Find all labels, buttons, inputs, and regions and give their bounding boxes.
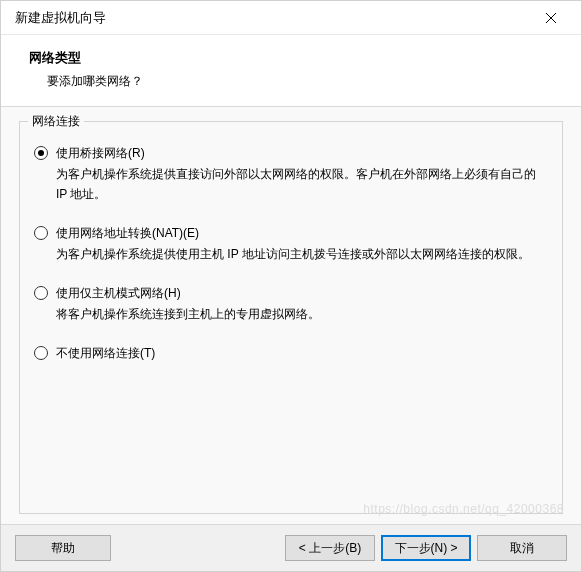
next-button[interactable]: 下一步(N) > <box>381 535 471 561</box>
network-connection-group: 网络连接 使用桥接网络(R) 为客户机操作系统提供直接访问外部以太网网络的权限。… <box>19 121 563 514</box>
help-button[interactable]: 帮助 <box>15 535 111 561</box>
page-title: 网络类型 <box>29 49 561 67</box>
wizard-dialog: 新建虚拟机向导 网络类型 要添加哪类网络？ 网络连接 使用桥接网络(R) 为客户… <box>0 0 582 572</box>
radio-description: 将客户机操作系统连接到主机上的专用虚拟网络。 <box>56 304 548 324</box>
wizard-header: 网络类型 要添加哪类网络？ <box>1 35 581 107</box>
radio-label: 不使用网络连接(T) <box>56 344 548 362</box>
radio-no-network[interactable]: 不使用网络连接(T) <box>34 344 548 362</box>
radio-bridged[interactable]: 使用桥接网络(R) 为客户机操作系统提供直接访问外部以太网网络的权限。客户机在外… <box>34 144 548 204</box>
radio-label: 使用仅主机模式网络(H) <box>56 284 548 302</box>
page-subtitle: 要添加哪类网络？ <box>29 73 561 90</box>
radio-description: 为客户机操作系统提供使用主机 IP 地址访问主机拨号连接或外部以太网网络连接的权… <box>56 244 548 264</box>
close-icon <box>545 12 557 24</box>
wizard-body: 网络连接 使用桥接网络(R) 为客户机操作系统提供直接访问外部以太网网络的权限。… <box>1 107 581 524</box>
radio-icon <box>34 346 48 360</box>
back-button[interactable]: < 上一步(B) <box>285 535 375 561</box>
titlebar: 新建虚拟机向导 <box>1 1 581 35</box>
wizard-footer: 帮助 < 上一步(B) 下一步(N) > 取消 <box>1 524 581 571</box>
radio-label: 使用网络地址转换(NAT)(E) <box>56 224 548 242</box>
group-label: 网络连接 <box>28 113 84 130</box>
radio-icon <box>34 226 48 240</box>
radio-icon <box>34 146 48 160</box>
close-button[interactable] <box>531 4 571 32</box>
radio-nat[interactable]: 使用网络地址转换(NAT)(E) 为客户机操作系统提供使用主机 IP 地址访问主… <box>34 224 548 264</box>
radio-label: 使用桥接网络(R) <box>56 144 548 162</box>
window-title: 新建虚拟机向导 <box>15 9 531 27</box>
radio-icon <box>34 286 48 300</box>
cancel-button[interactable]: 取消 <box>477 535 567 561</box>
radio-host-only[interactable]: 使用仅主机模式网络(H) 将客户机操作系统连接到主机上的专用虚拟网络。 <box>34 284 548 324</box>
radio-description: 为客户机操作系统提供直接访问外部以太网网络的权限。客户机在外部网络上必须有自己的… <box>56 164 548 204</box>
